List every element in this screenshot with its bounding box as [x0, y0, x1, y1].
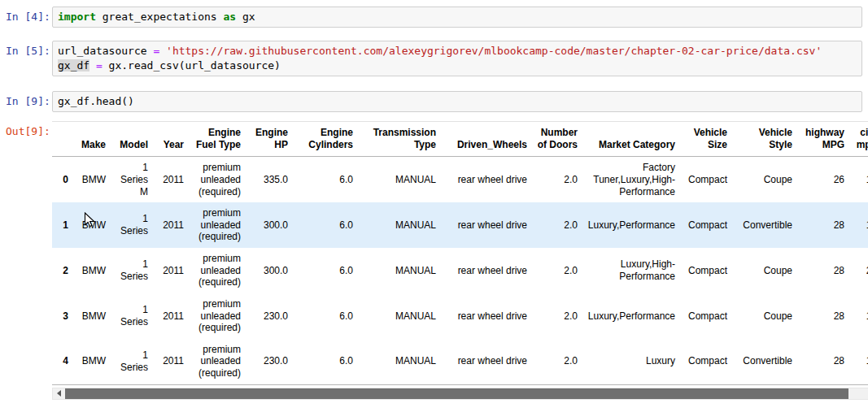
table-cell: Luxury,Performance [582, 202, 680, 248]
column-header: Market Category [582, 122, 680, 157]
table-cell: Coupe [732, 157, 797, 202]
row-index: 0 [52, 157, 73, 202]
table-cell: MANUAL [358, 248, 441, 293]
table-cell: premium unleaded (required) [189, 339, 246, 384]
table-cell: 1 Series M [111, 157, 153, 202]
table-cell: BMW [73, 339, 111, 384]
table-cell: 6.0 [293, 339, 358, 384]
table-cell: 2011 [153, 248, 189, 293]
table-cell: BMW [73, 157, 111, 202]
code-token: great_expectations [96, 11, 224, 23]
column-header: Engine HP [246, 122, 293, 157]
table-cell: Luxury,Performance [582, 293, 680, 339]
table-row[interactable]: 0BMW1 Series M2011premium unleaded (requ… [52, 157, 868, 202]
column-header: Driven_Wheels [441, 122, 532, 157]
table-cell: 2011 [153, 202, 189, 248]
table-cell: BMW [73, 248, 111, 293]
dataframe-body: 0BMW1 Series M2011premium unleaded (requ… [52, 157, 868, 384]
table-cell: 19 [849, 202, 868, 248]
column-header: Number of Doors [532, 122, 582, 157]
row-index: 2 [52, 248, 73, 293]
code-token [159, 45, 166, 57]
table-cell: 28 [797, 293, 849, 339]
code-token-operator: = [96, 59, 103, 72]
table-row[interactable]: 3BMW1 Series2011premium unleaded (requir… [52, 293, 868, 339]
scrollbar-track[interactable] [65, 388, 868, 399]
table-cell: 28 [797, 202, 849, 248]
horizontal-scrollbar[interactable] [52, 388, 868, 400]
dataframe-scroll-container[interactable]: MakeModelYearEngine Fuel TypeEngine HPEn… [52, 121, 868, 385]
code-editor[interactable]: import great_expectations as gx [52, 7, 862, 28]
output-area: MakeModelYearEngine Fuel TypeEngine HPEn… [52, 119, 868, 400]
table-cell: premium unleaded (required) [189, 202, 246, 248]
table-cell: 28 [797, 339, 849, 384]
code-line: url_datasource = 'https://raw.githubuser… [58, 44, 857, 59]
table-cell: MANUAL [358, 157, 441, 202]
notebook-output-cell: Out[9]: MakeModelYearEngine Fuel TypeEng… [0, 119, 868, 400]
code-editor[interactable]: url_datasource = 'https://raw.githubuser… [52, 41, 862, 76]
table-cell: 6.0 [293, 202, 358, 248]
code-line: gx_df = gx.read_csv(url_datasource) [58, 59, 857, 73]
column-header: highway MPG [797, 122, 849, 157]
table-cell: 26 [797, 157, 849, 202]
table-cell: premium unleaded (required) [189, 248, 246, 293]
table-row[interactable]: 1BMW1 Series2011premium unleaded (requir… [52, 202, 868, 248]
notebook-cell-in9: In [9]: gx_df.head() [0, 91, 868, 112]
table-cell: Factory Tuner,Luxury,High-Performance [582, 157, 680, 202]
table-cell: 2011 [153, 293, 189, 339]
code-token-keyword: as [224, 11, 237, 23]
table-cell: Luxury,High-Performance [582, 248, 680, 293]
code-line: gx_df.head() [58, 94, 857, 109]
table-cell: Compact [680, 202, 732, 248]
scroll-left-arrow-icon[interactable] [53, 388, 65, 399]
table-cell: rear wheel drive [441, 339, 532, 384]
table-cell: premium unleaded (required) [189, 293, 246, 339]
mouse-cursor [84, 212, 96, 229]
code-token-keyword: import [58, 11, 96, 23]
output-prompt: Out[9]: [0, 119, 52, 138]
table-cell: 18 [849, 339, 868, 384]
table-cell: Convertible [732, 202, 797, 248]
table-cell: 300.0 [246, 248, 293, 293]
input-prompt: In [9]: [0, 91, 52, 108]
table-cell: Compact [680, 339, 732, 384]
corner-blank-cell [52, 122, 73, 157]
code-token: gx.read_csv(url_datasource) [103, 59, 281, 72]
scrollbar-thumb[interactable] [65, 388, 848, 399]
table-cell: rear wheel drive [441, 157, 532, 202]
code-editor[interactable]: gx_df.head() [52, 91, 862, 112]
table-cell: 230.0 [246, 293, 293, 339]
table-cell: Convertible [732, 339, 797, 384]
table-cell: 2.0 [532, 293, 582, 339]
notebook: In [4]: import great_expectations as gx … [0, 0, 868, 400]
dataframe-table: MakeModelYearEngine Fuel TypeEngine HPEn… [52, 121, 868, 385]
column-header: Vehicle Size [680, 122, 732, 157]
notebook-cell-in5: In [5]: url_datasource = 'https://raw.gi… [0, 41, 868, 76]
table-cell: 335.0 [246, 157, 293, 202]
column-header: Transmission Type [358, 122, 441, 157]
table-cell: 300.0 [246, 202, 293, 248]
table-cell: 6.0 [293, 293, 358, 339]
notebook-cell-in4: In [4]: import great_expectations as gx [0, 7, 868, 28]
table-cell: Luxury [582, 339, 680, 384]
table-cell: 2.0 [532, 339, 582, 384]
table-cell: BMW [73, 293, 111, 339]
column-header: Year [153, 122, 189, 157]
table-cell: 6.0 [293, 157, 358, 202]
table-cell: 28 [797, 248, 849, 293]
table-cell: MANUAL [358, 293, 441, 339]
table-row[interactable]: 2BMW1 Series2011premium unleaded (requir… [52, 248, 868, 293]
table-cell: 6.0 [293, 248, 358, 293]
code-token-selected: gx_df [58, 59, 89, 72]
row-index: 1 [52, 202, 73, 248]
row-index: 3 [52, 293, 73, 339]
table-cell: 1 Series [111, 202, 153, 248]
table-cell: 2011 [153, 157, 189, 202]
table-row[interactable]: 4BMW1 Series2011premium unleaded (requir… [52, 339, 868, 384]
table-cell: 19 [849, 157, 868, 202]
table-cell: 230.0 [246, 339, 293, 384]
column-header: city mpg [849, 122, 868, 157]
table-cell: MANUAL [358, 339, 441, 384]
column-header: Engine Fuel Type [189, 122, 246, 157]
column-header: Vehicle Style [732, 122, 797, 157]
